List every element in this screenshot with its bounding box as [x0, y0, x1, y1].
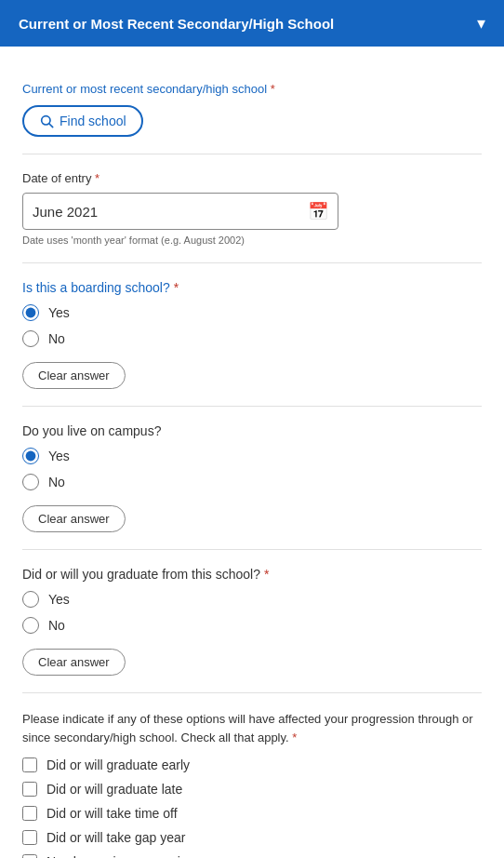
boarding-no-option[interactable]: No [22, 330, 482, 347]
date-hint: Date uses 'month year' format (e.g. Augu… [22, 235, 482, 246]
boarding-question-label: Is this a boarding school? * [22, 280, 482, 295]
boarding-yes-label: Yes [48, 305, 70, 320]
campus-question-label: Do you live on campus? [22, 423, 482, 438]
time-off-checkbox[interactable] [22, 806, 37, 821]
graduate-clear-button[interactable]: Clear answer [22, 649, 126, 676]
graduate-no-option[interactable]: No [22, 617, 482, 634]
campus-clear-button[interactable]: Clear answer [22, 505, 126, 532]
checkbox-no-change[interactable]: No change in progression [22, 854, 482, 858]
campus-no-label: No [48, 475, 65, 489]
campus-no-radio[interactable] [22, 474, 39, 490]
svg-line-1 [49, 124, 53, 127]
school-finder-section: Current or most recent secondary/high sc… [22, 82, 482, 137]
campus-yes-option[interactable]: Yes [22, 448, 482, 464]
boarding-yes-option[interactable]: Yes [22, 304, 482, 321]
search-icon [39, 114, 54, 128]
progression-description: Please indicate if any of these options … [22, 710, 482, 746]
checkbox-gap-year[interactable]: Did or will take gap year [22, 830, 482, 845]
graduate-question-label: Did or will you graduate from this schoo… [22, 567, 482, 582]
school-field-label: Current or most recent secondary/high sc… [22, 82, 482, 96]
required-indicator: * [271, 82, 275, 96]
no-change-checkbox[interactable] [22, 854, 37, 858]
graduate-no-label: No [48, 618, 65, 633]
graduate-yes-label: Yes [48, 592, 70, 607]
boarding-no-label: No [48, 331, 65, 346]
calendar-icon[interactable]: 📅 [308, 201, 328, 221]
grad-early-label: Did or will graduate early [46, 757, 190, 772]
checkbox-graduate-late[interactable]: Did or will graduate late [22, 782, 482, 797]
boarding-question-section: Is this a boarding school? * Yes No Clea… [22, 280, 482, 389]
boarding-yes-radio[interactable] [22, 304, 39, 321]
gap-year-label: Did or will take gap year [46, 830, 185, 845]
date-input-wrapper: 📅 [22, 193, 338, 230]
grad-early-checkbox[interactable] [22, 757, 37, 772]
divider-5 [22, 692, 482, 693]
section-header: Current or Most Recent Secondary/High Sc… [0, 0, 504, 47]
campus-yes-label: Yes [48, 449, 70, 463]
gap-year-checkbox[interactable] [22, 830, 37, 845]
graduate-yes-option[interactable]: Yes [22, 591, 482, 608]
grad-late-checkbox[interactable] [22, 782, 37, 797]
date-input[interactable] [33, 204, 308, 220]
campus-no-option[interactable]: No [22, 474, 482, 490]
header-title: Current or Most Recent Secondary/High Sc… [19, 16, 334, 32]
checkbox-take-time-off[interactable]: Did or will take time off [22, 806, 482, 821]
date-field-label: Date of entry * [22, 171, 482, 185]
graduate-question-section: Did or will you graduate from this schoo… [22, 567, 482, 676]
divider-2 [22, 262, 482, 263]
date-of-entry-section: Date of entry * 📅 Date uses 'month year'… [22, 171, 482, 246]
divider-1 [22, 154, 482, 154]
boarding-no-radio[interactable] [22, 330, 39, 347]
boarding-clear-button[interactable]: Clear answer [22, 362, 126, 389]
graduate-yes-radio[interactable] [22, 591, 39, 608]
chevron-down-icon[interactable]: ▾ [477, 13, 485, 34]
no-change-label: No change in progression [46, 854, 195, 858]
campus-yes-radio[interactable] [22, 448, 39, 464]
divider-4 [22, 549, 482, 550]
progression-section: Please indicate if any of these options … [22, 710, 482, 858]
graduate-no-radio[interactable] [22, 617, 39, 634]
divider-3 [22, 406, 482, 407]
find-school-button[interactable]: Find school [22, 105, 143, 137]
campus-question-section: Do you live on campus? Yes No Clear answ… [22, 423, 482, 532]
time-off-label: Did or will take time off [46, 806, 178, 821]
checkbox-graduate-early[interactable]: Did or will graduate early [22, 757, 482, 772]
grad-late-label: Did or will graduate late [46, 782, 182, 797]
